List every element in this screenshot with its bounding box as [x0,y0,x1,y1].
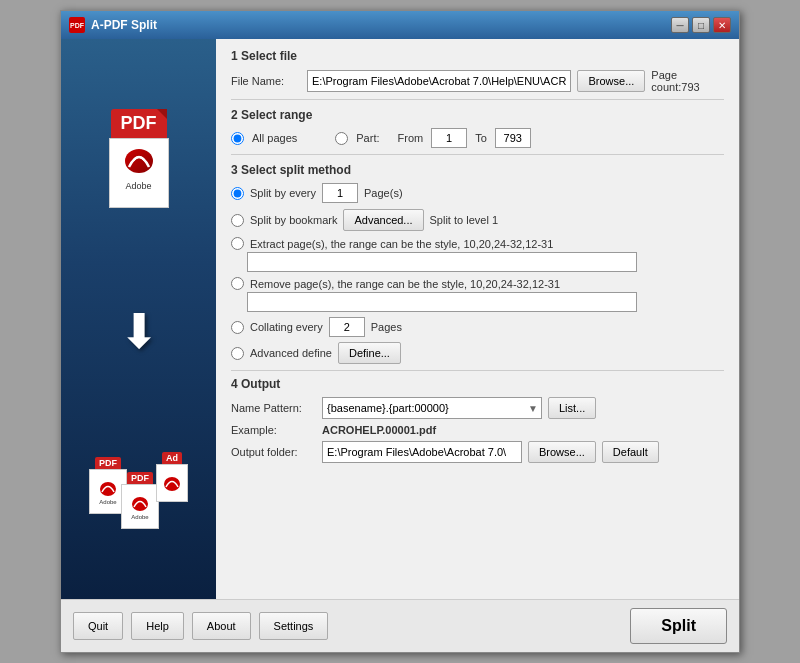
to-label: To [475,132,487,144]
remove-row: Remove page(s), the range can be the sty… [231,277,724,290]
help-button[interactable]: Help [131,612,184,640]
svg-point-5 [164,477,180,491]
split-bookmark-label: Split by bookmark [250,214,337,226]
name-pattern-select-wrapper: {basename}.{part:00000} ▼ [322,397,542,419]
define-button[interactable]: Define... [338,342,401,364]
split-level-label: Split to level 1 [430,214,498,226]
divider-3 [231,370,724,371]
name-pattern-label: Name Pattern: [231,402,316,414]
pdf-icon-bottom-3: Ad [156,452,188,529]
name-pattern-select[interactable]: {basename}.{part:00000} [322,397,542,419]
pdf-page-sm-3 [156,464,188,502]
right-panel: 1 Select file File Name: Browse... Page … [216,39,739,599]
browse-button-2[interactable]: Browse... [528,441,596,463]
file-path-input[interactable] [307,70,571,92]
about-button[interactable]: About [192,612,251,640]
advanced-define-label: Advanced define [250,347,332,359]
left-panel: PDF Adobe [61,39,216,599]
content-area: PDF Adobe [61,39,739,599]
split-every-radio[interactable] [231,187,244,200]
remove-label: Remove page(s), the range can be the sty… [250,278,560,290]
section4-title: 4 Output [231,377,724,391]
remove-input[interactable] [247,292,637,312]
collating-input[interactable] [329,317,365,337]
browse-button-1[interactable]: Browse... [577,70,645,92]
split-every-label: Split by every [250,187,316,199]
close-button[interactable]: ✕ [713,17,731,33]
pdf-page-top: Adobe [109,138,169,208]
collating-pages-label: Pages [371,321,402,333]
all-pages-radio[interactable] [231,132,244,145]
collating-radio[interactable] [231,321,244,334]
output-folder-label: Output folder: [231,446,316,458]
acrobat-logo-sm-1 [97,477,119,499]
range-row: All pages Part: From To [231,128,724,148]
from-label: From [398,132,424,144]
pdf-icon-top: PDF Adobe [109,109,169,208]
part-label: Part: [356,132,379,144]
advanced-define-row: Advanced define Define... [231,342,724,364]
page-count-display: Page count:793 [651,69,724,93]
minimize-button[interactable]: ─ [671,17,689,33]
title-bar-left: PDF A-PDF Split [69,17,157,33]
list-button[interactable]: List... [548,397,596,419]
split-every-input[interactable] [322,183,358,203]
pdf-badge-sm-1: PDF [95,457,121,469]
svg-point-3 [100,482,116,496]
app-icon: PDF [69,17,85,33]
section1-title: 1 Select file [231,49,724,63]
pdf-badge-sm-2: PDF [127,472,153,484]
extract-row: Extract page(s), the range can be the st… [231,237,724,250]
title-bar: PDF A-PDF Split ─ □ ✕ [61,11,739,39]
bottom-bar: Quit Help About Settings Split [61,599,739,652]
maximize-button[interactable]: □ [692,17,710,33]
section3-title: 3 Select split method [231,163,724,177]
acrobat-logo-sm-3 [161,472,183,494]
output-folder-input[interactable] [322,441,522,463]
svg-point-2 [125,149,153,173]
split-button[interactable]: Split [630,608,727,644]
example-label: Example: [231,424,316,436]
acrobat-logo-top [119,139,159,179]
acrobat-logo-sm-2 [129,492,151,514]
part-radio[interactable] [335,132,348,145]
pages-label: Page(s) [364,187,403,199]
pdf-badge-top: PDF [111,109,167,138]
svg-point-4 [132,497,148,511]
output-folder-row: Output folder: Browse... Default [231,441,724,463]
window-title: A-PDF Split [91,18,157,32]
file-name-label: File Name: [231,75,301,87]
collating-label: Collating every [250,321,323,333]
adobe-text-top: Adobe [125,181,151,191]
divider-2 [231,154,724,155]
settings-button[interactable]: Settings [259,612,329,640]
pdf-icons-bottom: PDF Adobe PDF [89,457,189,529]
section2-title: 2 Select range [231,108,724,122]
svg-text:PDF: PDF [70,22,84,29]
main-window: PDF A-PDF Split ─ □ ✕ PDF [60,10,740,653]
extract-radio[interactable] [231,237,244,250]
adobe-text-sm-1: Adobe [99,499,116,505]
default-button[interactable]: Default [602,441,659,463]
remove-radio[interactable] [231,277,244,290]
extract-input[interactable] [247,252,637,272]
collating-row: Collating every Pages [231,317,724,337]
example-row: Example: ACROHELP.00001.pdf [231,424,724,436]
pdf-badge-sm-3: Ad [162,452,182,464]
advanced-define-radio[interactable] [231,347,244,360]
to-input[interactable] [495,128,531,148]
pdf-page-sm-2: Adobe [121,484,159,529]
file-name-row: File Name: Browse... Page count:793 [231,69,724,93]
advanced-button[interactable]: Advanced... [343,209,423,231]
pdf-icon-bottom-2: PDF Adobe [121,472,159,529]
extract-label: Extract page(s), the range can be the st… [250,238,553,250]
all-pages-label: All pages [252,132,297,144]
from-input[interactable] [431,128,467,148]
quit-button[interactable]: Quit [73,612,123,640]
example-value: ACROHELP.00001.pdf [322,424,436,436]
split-bookmark-row: Split by bookmark Advanced... Split to l… [231,209,724,231]
split-every-row: Split by every Page(s) [231,183,724,203]
split-bookmark-radio[interactable] [231,214,244,227]
divider-1 [231,99,724,100]
title-bar-controls: ─ □ ✕ [671,17,731,33]
